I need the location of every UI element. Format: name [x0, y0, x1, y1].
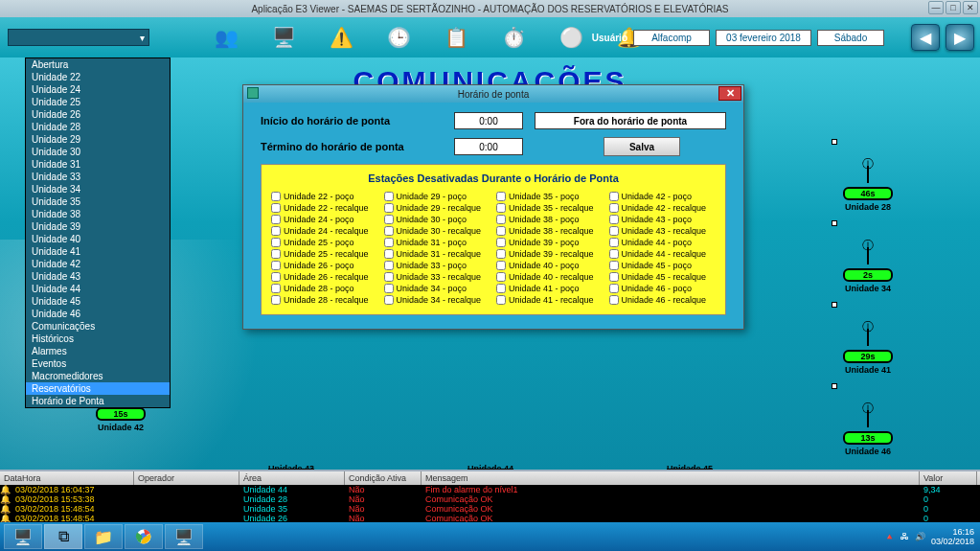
station-checkbox[interactable]: Unidade 34 - poço — [384, 284, 491, 293]
log-header-cell[interactable]: Condição Ativa — [345, 471, 422, 485]
sidebar-item[interactable]: Unidade 40 — [26, 233, 170, 245]
checkbox-input[interactable] — [271, 203, 281, 213]
station-checkbox[interactable]: Unidade 45 - recalque — [609, 272, 717, 282]
sidebar-item[interactable]: Macromedidores — [26, 370, 170, 382]
station-checkbox[interactable]: Unidade 22 - poço — [271, 192, 378, 201]
station-checkbox[interactable]: Unidade 24 - poço — [271, 215, 378, 224]
checkbox-input[interactable] — [496, 226, 506, 236]
checkbox-input[interactable] — [609, 272, 619, 282]
nav-dropdown[interactable] — [8, 29, 149, 46]
checkbox-input[interactable] — [496, 215, 506, 224]
checkbox-input[interactable] — [496, 238, 506, 247]
station-widget[interactable]: 2s Unidade 34 — [843, 240, 893, 293]
checkbox-input[interactable] — [271, 272, 281, 282]
warning-icon[interactable]: ⚠️ — [326, 22, 356, 53]
tank-icon[interactable]: ⚪ — [556, 22, 586, 53]
station-checkbox[interactable]: Unidade 30 - recalque — [384, 226, 491, 236]
nav-next-button[interactable]: ▶ — [946, 24, 974, 51]
checkbox-input[interactable] — [496, 284, 506, 293]
sidebar-item[interactable]: Horário de Ponta — [26, 395, 170, 407]
users-icon[interactable]: 👥 — [211, 22, 241, 53]
checkbox-input[interactable] — [609, 238, 619, 247]
checkbox-input[interactable] — [384, 215, 394, 224]
sidebar-item[interactable]: Abertura — [26, 58, 170, 71]
station-checkbox[interactable]: Unidade 43 - recalque — [609, 226, 717, 236]
sidebar-item[interactable]: Unidade 25 — [26, 96, 170, 108]
sidebar-item[interactable]: Unidade 30 — [26, 146, 170, 158]
station-checkbox[interactable]: Unidade 42 - recalque — [609, 203, 717, 213]
checkbox-input[interactable] — [609, 203, 619, 213]
log-header-cell[interactable]: Valor — [920, 471, 977, 485]
log-header-cell[interactable]: Mensagem — [422, 471, 920, 485]
sidebar-item[interactable]: Unidade 43 — [26, 270, 170, 283]
station-checkbox[interactable]: Unidade 28 - recalque — [271, 295, 378, 305]
station-checkbox[interactable]: Unidade 41 - recalque — [496, 295, 604, 305]
checkbox-input[interactable] — [496, 295, 506, 305]
sidebar-item[interactable]: Reservatórios — [26, 382, 170, 395]
checkbox-input[interactable] — [496, 249, 506, 259]
tray-icon[interactable]: 🖧 — [900, 532, 909, 541]
nav-prev-button[interactable]: ◀ — [911, 24, 940, 51]
close-button[interactable]: ✕ — [963, 1, 978, 14]
sidebar-item[interactable]: Eventos — [26, 357, 170, 370]
station-checkbox[interactable]: Unidade 45 - poço — [609, 261, 717, 270]
sidebar-item[interactable]: Unidade 35 — [26, 195, 170, 208]
sidebar-item[interactable]: Unidade 34 — [26, 183, 170, 195]
checkbox-input[interactable] — [496, 261, 506, 270]
station-checkbox[interactable]: Unidade 24 - recalque — [271, 226, 378, 236]
taskbar-app-1[interactable]: 🖥️ — [4, 524, 42, 549]
taskbar-app-powershell[interactable]: ⧉ — [44, 524, 82, 549]
checkbox-input[interactable] — [384, 284, 394, 293]
checkbox-input[interactable] — [609, 226, 619, 236]
station-checkbox[interactable]: Unidade 30 - poço — [384, 215, 491, 224]
checkbox-input[interactable] — [271, 238, 281, 247]
save-button[interactable]: Salva — [604, 137, 680, 156]
station-checkbox[interactable]: Unidade 26 - recalque — [271, 272, 378, 282]
station-checkbox[interactable]: Unidade 33 - poço — [384, 261, 491, 270]
sidebar-item[interactable]: Unidade 29 — [26, 133, 170, 146]
log-header-cell[interactable]: Área — [239, 471, 345, 485]
station-checkbox[interactable]: Unidade 25 - recalque — [271, 249, 378, 259]
station-checkbox[interactable]: Unidade 41 - poço — [496, 284, 604, 293]
station-widget[interactable]: 13s Unidade 46 — [843, 402, 893, 456]
checkbox-input[interactable] — [271, 192, 281, 201]
sidebar-item[interactable]: Unidade 39 — [26, 220, 170, 233]
checkbox-input[interactable] — [384, 203, 394, 213]
checkbox-input[interactable] — [271, 249, 281, 259]
checkbox-input[interactable] — [609, 261, 619, 270]
sidebar-item[interactable]: Unidade 22 — [26, 71, 170, 83]
station-checkbox[interactable]: Unidade 42 - poço — [609, 192, 717, 201]
checkbox-input[interactable] — [384, 238, 394, 247]
log-row[interactable]: 🔔 03/02/2018 16:04:37 Unidade 44 Não Fim… — [0, 485, 980, 494]
screens-icon[interactable]: 🖥️ — [268, 22, 299, 53]
station-checkbox[interactable]: Unidade 31 - poço — [384, 238, 491, 247]
log-header-cell[interactable]: DataHora — [0, 471, 134, 485]
checkbox-input[interactable] — [384, 192, 394, 201]
sidebar-item[interactable]: Unidade 33 — [26, 171, 170, 183]
checkbox-input[interactable] — [384, 295, 394, 305]
station-checkbox[interactable]: Unidade 25 - poço — [271, 238, 378, 247]
station-checkbox[interactable]: Unidade 38 - recalque — [496, 226, 604, 236]
checkbox-input[interactable] — [271, 261, 281, 270]
end-time-field[interactable]: 0:00 — [454, 138, 523, 155]
station-checkbox[interactable]: Unidade 35 - poço — [496, 192, 604, 201]
sidebar-item[interactable]: Unidade 24 — [26, 83, 170, 96]
checkbox-input[interactable] — [271, 226, 281, 236]
station-checkbox[interactable]: Unidade 33 - recalque — [384, 272, 491, 282]
taskbar-app-explorer[interactable]: 📁 — [84, 524, 123, 549]
tray-icon[interactable]: 🔊 — [915, 532, 925, 541]
station-checkbox[interactable]: Unidade 43 - poço — [609, 215, 717, 224]
minimize-button[interactable]: — — [928, 1, 944, 14]
checkbox-input[interactable] — [609, 295, 619, 305]
taskbar-app-5[interactable]: 🖥️ — [165, 524, 203, 549]
checkbox-input[interactable] — [384, 261, 394, 270]
sidebar-item[interactable]: Unidade 44 — [26, 283, 170, 295]
notes-icon[interactable]: 📋 — [441, 22, 471, 53]
sidebar-item[interactable]: Unidade 38 — [26, 208, 170, 220]
station-checkbox[interactable]: Unidade 38 - poço — [496, 215, 604, 224]
checkbox-input[interactable] — [496, 272, 506, 282]
station-checkbox[interactable]: Unidade 31 - recalque — [384, 249, 491, 259]
start-time-field[interactable]: 0:00 — [454, 112, 523, 129]
station-checkbox[interactable]: Unidade 40 - recalque — [496, 272, 604, 282]
log-header-cell[interactable]: Operador — [134, 471, 239, 485]
